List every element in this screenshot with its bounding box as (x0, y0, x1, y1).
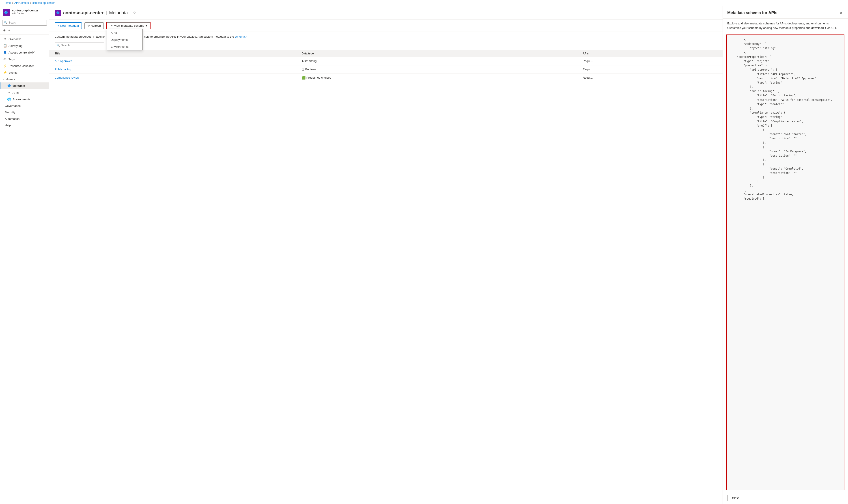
sidebar-item-overview[interactable]: ⊕ Overview (0, 36, 49, 42)
row-title-link[interactable]: Public facing (55, 68, 71, 71)
type-icon: ⊘ (302, 68, 304, 71)
sidebar-search-input[interactable] (2, 20, 47, 25)
title-actions: ☆ ··· (132, 10, 143, 16)
sidebar-item-overview-label: Overview (8, 37, 21, 41)
page-title-row: 🔷 contoso-api-center | Metadata ☆ ··· (55, 10, 717, 16)
page-title: contoso-api-center (63, 10, 104, 16)
sidebar-item-apis[interactable]: → APIs (0, 89, 49, 96)
view-schema-label: View metadata schema (114, 24, 144, 27)
row-type-badge: 🟩 Predefined choices (302, 76, 331, 79)
row-title-link[interactable]: API Approver (55, 59, 72, 63)
code-content: }, "UpdatedBy": { "type": "string" }, "c… (730, 38, 841, 201)
view-schema-btn[interactable]: 👁 View metadata schema ▾ (107, 22, 150, 29)
sidebar-item-apis-label: APIs (13, 91, 19, 94)
page-description: Custom metadata properties, in addition … (49, 32, 723, 41)
sidebar-item-resource-visualizer[interactable]: ⚡ Resource visualizer (0, 62, 49, 69)
code-block[interactable]: }, "UpdatedBy": { "type": "string" }, "c… (726, 35, 844, 490)
row-apis: Requi... (577, 57, 723, 65)
toolbar: + New metadata ↻ Refresh 👁 View metadata… (49, 20, 723, 32)
events-icon: ⚡ (3, 71, 7, 74)
breadcrumb-api-center[interactable]: contoso-api-center (33, 1, 55, 4)
table-row: Compliance review 🟩 Predefined choices R… (49, 73, 723, 82)
sidebar-actions: ◈ « (0, 27, 49, 35)
sidebar-section-assets[interactable]: ▼ Assets (0, 76, 49, 83)
sidebar-section-help-label: Help (5, 124, 11, 127)
sidebar-item-metadata-label: Metadata (13, 84, 25, 88)
sidebar-collapse-btn[interactable]: « (7, 27, 11, 33)
row-title-link[interactable]: Compliance review (55, 76, 79, 79)
refresh-label: ↻ Refresh (87, 24, 101, 27)
sidebar-nav: ⊕ Overview 📋 Activity log 👤 Access contr… (0, 35, 49, 129)
sidebar-item-activity-log-label: Activity log (8, 44, 22, 48)
col-data-type: Data type (296, 50, 577, 57)
type-label: Predefined choices (306, 76, 331, 79)
dropdown-item-deployments[interactable]: Deployments (107, 36, 142, 43)
table-search-container: 🔍 (49, 41, 723, 50)
overview-icon: ⊕ (3, 37, 7, 41)
refresh-btn[interactable]: ↻ Refresh (85, 22, 104, 29)
sidebar-item-tags-label: Tags (8, 58, 15, 61)
type-icon: 🟩 (302, 76, 306, 79)
activity-log-icon: 📋 (3, 44, 7, 48)
row-type-badge: ⊘ Boolean (302, 68, 316, 71)
panel-description: Explore and view metadata schemas for AP… (723, 19, 848, 33)
sidebar-filter-btn[interactable]: ◈ (2, 27, 6, 33)
table-row: API Approver ABC String Requi... (49, 57, 723, 65)
panel-header: Metadata schema for APIs ✕ (723, 6, 848, 19)
sidebar-title-area: contoso-api-center API Center (12, 9, 38, 15)
assets-chevron-icon: ▼ (3, 78, 5, 80)
sidebar-item-environments[interactable]: 🌐 Environments (0, 96, 49, 103)
sidebar-item-access-control-label: Access control (IAM) (8, 51, 35, 54)
panel-footer: Close (723, 492, 848, 504)
dropdown-item-environments[interactable]: Environments (107, 43, 142, 50)
metadata-icon: 🔷 (7, 84, 11, 88)
breadcrumb: Home › API Centers › contoso-api-center (0, 0, 848, 6)
breadcrumb-home[interactable]: Home (4, 1, 11, 4)
col-apis: APIs (577, 50, 723, 57)
sidebar-section-automation-label: Automation (5, 117, 19, 121)
sidebar-section-automation[interactable]: › Automation (0, 115, 49, 122)
sidebar-section-security-label: Security (5, 111, 15, 114)
sidebar: 🔷 contoso-api-center API Center 🔍 ◈ « ⊕ … (0, 6, 49, 504)
sidebar-item-tags[interactable]: 🏷 Tags (0, 56, 49, 62)
type-label: Boolean (305, 68, 316, 71)
tags-icon: 🏷 (3, 57, 7, 61)
col-title: Title (49, 50, 296, 57)
sidebar-header: 🔷 contoso-api-center API Center (0, 6, 49, 18)
sidebar-item-access-control[interactable]: 👤 Access control (IAM) (0, 49, 49, 56)
help-chevron-icon: › (3, 124, 3, 127)
sidebar-item-metadata[interactable]: 🔷 Metadata (0, 83, 49, 89)
view-schema-dropdown-container: 👁 View metadata schema ▾ APIs Deployment… (106, 22, 150, 29)
main-content: 🔷 contoso-api-center | Metadata ☆ ··· + … (49, 6, 723, 504)
page-icon: 🔷 (55, 10, 61, 16)
page-subtitle: Metadata (109, 10, 128, 16)
table-row: Public facing ⊘ Boolean Requi... (49, 65, 723, 73)
panel-footer-close-btn[interactable]: Close (727, 495, 744, 501)
resource-visualizer-icon: ⚡ (3, 64, 7, 68)
dropdown-item-apis[interactable]: APIs (107, 29, 142, 36)
more-options-btn[interactable]: ··· (139, 10, 143, 16)
favorite-btn[interactable]: ☆ (132, 10, 137, 16)
metadata-table: Title Data type APIs API Approver ABC St… (49, 50, 723, 82)
new-metadata-label: + New metadata (58, 24, 79, 27)
row-type-badge: ABC String (302, 59, 317, 63)
new-metadata-btn[interactable]: + New metadata (55, 22, 82, 29)
table-search-input[interactable] (55, 42, 104, 48)
schema-link[interactable]: schema? (235, 35, 247, 38)
breadcrumb-api-centers[interactable]: API Centers (14, 1, 29, 4)
table-search-icon: 🔍 (56, 44, 60, 47)
sidebar-item-activity-log[interactable]: 📋 Activity log (0, 42, 49, 49)
sidebar-section-security[interactable]: › Security (0, 109, 49, 115)
row-apis: Requi... (577, 73, 723, 82)
apis-icon: → (7, 91, 11, 94)
page-title-separator: | (106, 10, 107, 16)
sidebar-section-governance[interactable]: › Governance (0, 103, 49, 109)
type-label: String (309, 59, 317, 63)
sidebar-section-help[interactable]: › Help (0, 122, 49, 129)
sidebar-resource-subtitle: API Center (12, 12, 38, 15)
panel-close-btn[interactable]: ✕ (838, 11, 844, 16)
sidebar-item-events[interactable]: ⚡ Events (0, 69, 49, 76)
automation-chevron-icon: › (3, 118, 3, 120)
environments-icon: 🌐 (7, 97, 11, 101)
row-apis: Requi... (577, 65, 723, 73)
